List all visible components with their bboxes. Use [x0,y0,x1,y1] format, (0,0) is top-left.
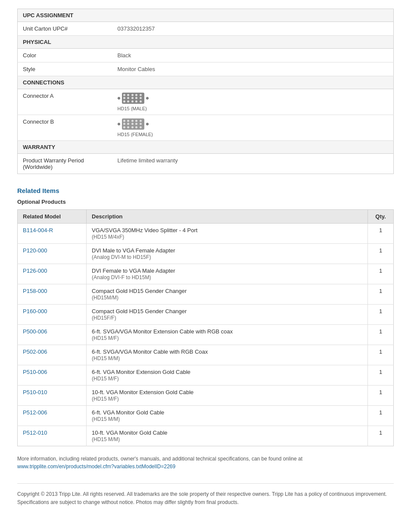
pin [127,94,129,96]
table-row: P512-01010-ft. VGA Monitor Gold Cable (H… [18,426,394,446]
table-cell-qty: 1 [368,264,394,284]
model-link[interactable]: P512-010 [23,429,47,436]
model-link[interactable]: P510-006 [23,369,47,375]
vga-body-male [122,93,144,104]
label-color: Color [18,49,112,62]
pin [131,97,134,99]
pin [135,120,137,122]
table-header-row: Related Model Description Qty. [18,210,394,224]
model-link[interactable]: P160-000 [23,308,47,314]
table-cell-description: DVI Male to VGA Female Adapter (Analog D… [87,244,368,264]
model-link[interactable]: P158-000 [23,288,47,294]
table-cell-model: P500-006 [18,325,87,345]
model-link[interactable]: P500-006 [23,328,47,335]
table-cell-qty: 1 [368,244,394,264]
value-upc: 037332012357 [112,22,394,36]
table-cell-model: P120-000 [18,244,87,264]
pin [135,97,137,99]
pin [131,100,134,103]
model-link[interactable]: P510-010 [23,389,47,395]
desc-sub: (HD15 M/F) [92,335,119,341]
footer-link[interactable]: www.tripplite.com/en/products/model.cfm?… [17,464,175,470]
table-cell-description: 6-ft. VGA Monitor Gold Cable (HD15 M/M) [87,406,368,426]
model-link[interactable]: P512-006 [23,409,47,416]
row-upc: Unit Carton UPC# 037332012357 [18,22,394,36]
pin [140,100,142,103]
pin [135,123,137,125]
table-cell-description: VGA/SVGA 350MHz Video Splitter - 4 Port … [87,224,368,244]
table-cell-model: P502-006 [18,345,87,365]
table-cell-description: DVI Female to VGA Male Adapter (Analog D… [87,264,368,284]
desc-main: 6-ft. SVGA/VGA Monitor Cable with RGB Co… [92,348,208,355]
label-connector-b: Connector B [18,115,112,141]
desc-sub: (HD15 M/F) [92,376,119,382]
pin [131,126,134,128]
section-connections: CONNECTIONS [18,76,394,89]
pin [135,126,137,128]
pin [131,123,134,125]
specs-table: UPC ASSIGNMENT Unit Carton UPC# 03733201… [17,9,394,174]
pin [123,100,125,103]
pin [131,94,134,96]
desc-main: 10-ft. VGA Monitor Extension Gold Cable [92,389,193,395]
section-upc: UPC ASSIGNMENT [18,9,394,22]
model-link[interactable]: P120-000 [23,247,47,254]
connector-b-label: HD15 (FEMALE) [118,132,153,137]
related-items-table: Related Model Description Qty. B114-004-… [17,209,394,446]
row-style: Style Monitor Cables [18,62,394,76]
pin [140,126,142,128]
desc-main: DVI Female to VGA Male Adapter [92,268,175,274]
related-items-title[interactable]: Related Items [17,187,59,194]
desc-sub: (HD15 M/M) [92,355,120,361]
table-row: P126-000DVI Female to VGA Male Adapter (… [18,264,394,284]
desc-sub: (Analog DVI-M to HD15F) [92,254,151,260]
connector-a-label: HD15 (MALE) [118,106,147,111]
table-cell-qty: 1 [368,386,394,406]
pin [140,94,142,96]
table-cell-model: P510-010 [18,386,87,406]
pin [123,94,125,96]
table-row: P502-0066-ft. SVGA/VGA Monitor Cable wit… [18,345,394,365]
table-cell-description: Compact Gold HD15 Gender Changer (HD15M/… [87,284,368,305]
label-style: Style [18,62,112,76]
desc-main: 10-ft. VGA Monitor Gold Cable [92,429,168,436]
label-connector-a: Connector A [18,89,112,115]
section-physical: PHYSICAL [18,36,394,49]
model-link[interactable]: B114-004-R [23,227,53,233]
table-cell-qty: 1 [368,305,394,325]
table-row: P512-0066-ft. VGA Monitor Gold Cable (HD… [18,406,394,426]
pin [123,120,125,122]
desc-main: 6-ft. VGA Monitor Gold Cable [92,409,164,416]
footer-info-text: More information, including related prod… [17,456,302,462]
table-cell-qty: 1 [368,365,394,386]
desc-main: Compact Gold HD15 Gender Changer [92,288,187,294]
pin [127,120,129,122]
table-cell-model: P512-006 [18,406,87,426]
table-cell-model: P512-010 [18,426,87,446]
table-cell-qty: 1 [368,325,394,345]
pin [127,126,129,128]
value-style: Monitor Cables [112,62,394,76]
value-color: Black [112,49,394,62]
table-cell-description: Compact Gold HD15 Gender Changer (HD15F/… [87,305,368,325]
vga-female-connector [118,118,149,130]
footer-info: More information, including related prod… [17,455,394,470]
model-link[interactable]: P126-000 [23,268,47,274]
model-link[interactable]: P502-006 [23,348,47,355]
vga-body-female [122,118,144,130]
row-warranty: Product Warranty Period (Worldwide) Life… [18,154,394,174]
pin [140,123,142,125]
desc-main: VGA/SVGA 350MHz Video Splitter - 4 Port [92,227,197,233]
pin [127,123,129,125]
row-connector-a: Connector A [18,89,394,115]
desc-main: 6-ft. VGA Monitor Extension Gold Cable [92,369,190,375]
table-cell-qty: 1 [368,224,394,244]
table-cell-qty: 1 [368,426,394,446]
pin [131,120,134,122]
pin [127,97,129,99]
pin [123,126,125,128]
desc-sub: (HD15F/F) [92,315,116,321]
table-cell-qty: 1 [368,406,394,426]
table-row: P510-0066-ft. VGA Monitor Extension Gold… [18,365,394,386]
col-header-description: Description [87,210,368,224]
